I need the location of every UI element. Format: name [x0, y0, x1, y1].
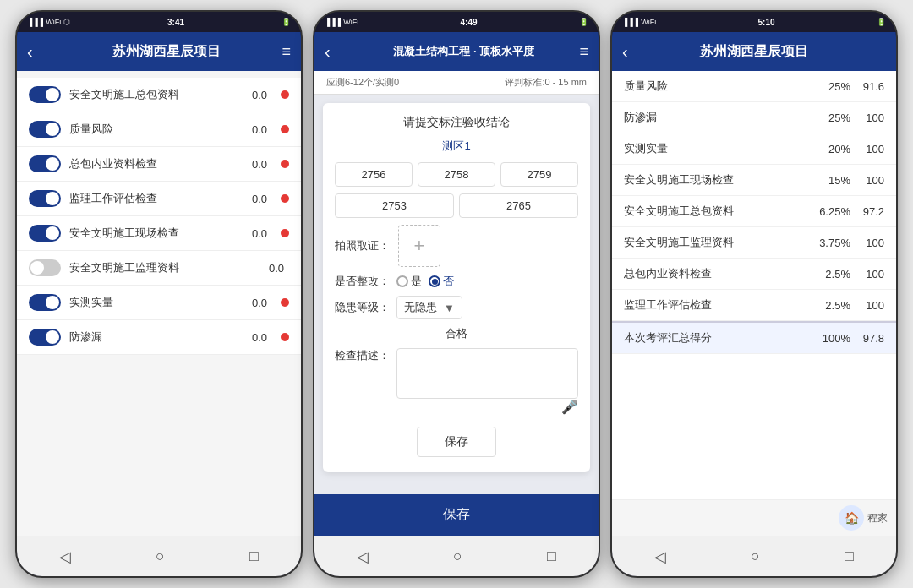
- list-item: 质量风险0.0: [17, 112, 301, 147]
- desc-textarea[interactable]: [396, 348, 578, 399]
- toggle-switch[interactable]: [29, 86, 61, 103]
- score-value: 91.6: [850, 80, 884, 93]
- item-score: 0.0: [252, 123, 267, 136]
- toggle-switch[interactable]: [29, 225, 61, 242]
- score-row: 安全文明施工现场检查15%100: [612, 165, 896, 196]
- toggle-switch[interactable]: [29, 121, 61, 138]
- score-value: 100: [850, 299, 884, 312]
- photo-upload-box[interactable]: +: [398, 225, 440, 267]
- radio-no-circle: [429, 275, 440, 287]
- wifi-icon-2: WiFi: [343, 18, 358, 26]
- right-status-icons-2: 🔋: [579, 18, 588, 26]
- battery-icon-2: 🔋: [579, 18, 588, 26]
- score-value: 97.8: [850, 332, 884, 345]
- menu-icon-1[interactable]: ≡: [282, 43, 291, 61]
- battery-icon-3: 🔋: [877, 18, 886, 26]
- nav-back-2[interactable]: ◁: [343, 541, 382, 573]
- measurement-value[interactable]: 2758: [418, 162, 495, 187]
- item-label: 安全文明施工现场检查: [69, 226, 243, 241]
- left-status-icons-3: ▐▐▐ WiFi: [622, 18, 656, 26]
- toggle-switch[interactable]: [29, 329, 61, 346]
- screen2-title: 混凝土结构工程 · 顶板水平度: [348, 44, 579, 59]
- score-percent: 25%: [817, 112, 850, 124]
- bottom-nav-2: ◁ ○ □: [314, 536, 599, 576]
- desc-label: 检查描述：: [335, 348, 390, 363]
- item-label: 防渗漏: [69, 329, 243, 345]
- status-dot: [281, 125, 289, 133]
- status-dot: [281, 229, 289, 237]
- nav-back-1[interactable]: ◁: [46, 541, 85, 573]
- radio-yes[interactable]: 是: [396, 274, 422, 289]
- radio-no[interactable]: 否: [429, 274, 454, 289]
- measurement-value[interactable]: 2753: [335, 193, 454, 218]
- back-button-1[interactable]: ‹: [27, 42, 51, 62]
- signal-icon: ▐▐▐: [27, 18, 43, 26]
- screen1-title: 苏州湖西星辰项目: [51, 43, 282, 61]
- status-dot: [281, 160, 289, 168]
- toggle-switch[interactable]: [29, 155, 61, 172]
- toggle-switch[interactable]: [29, 294, 61, 311]
- measurement-value[interactable]: 2765: [459, 193, 578, 218]
- watermark-area: 🏠 程家: [612, 499, 896, 536]
- toggle-knob: [46, 330, 59, 344]
- toggle-knob: [30, 261, 44, 275]
- score-percent: 6.25%: [817, 205, 850, 218]
- measurement-grid-row2: 27532765: [335, 193, 578, 218]
- items-list: 安全文明施工总包资料0.0质量风险0.0总包内业资料检查0.0监理工作评估检查0…: [17, 71, 301, 362]
- status-bar-2: ▐▐▐ WiFi 4:49 🔋: [314, 12, 599, 32]
- screen2-content: 应测6-12个/实测0 评判标准:0 - 15 mm 请提交标注验收结论 测区1…: [314, 71, 599, 494]
- nav-square-1[interactable]: □: [236, 541, 272, 572]
- microphone-icon[interactable]: 🎤: [561, 399, 578, 415]
- nav-bar-1: ‹ 苏州湖西星辰项目 ≡: [17, 32, 301, 71]
- wifi-icon-3: WiFi: [641, 18, 656, 26]
- radio-yes-label: 是: [411, 274, 422, 289]
- measurement-value[interactable]: 2759: [500, 162, 578, 187]
- score-percent: 3.75%: [817, 237, 850, 249]
- back-button-3[interactable]: ‹: [622, 42, 646, 62]
- score-row: 防渗漏25%100: [612, 102, 896, 133]
- status-dot: [281, 333, 289, 341]
- toggle-knob: [46, 296, 59, 309]
- status-time-3: 5:10: [758, 18, 775, 27]
- nav-back-3[interactable]: ◁: [641, 541, 680, 573]
- list-item: 防渗漏0.0: [17, 320, 301, 355]
- menu-icon-2[interactable]: ≡: [579, 43, 588, 61]
- toggle-switch[interactable]: [29, 190, 61, 207]
- list-item: 安全文明施工总包资料0.0: [17, 78, 301, 112]
- hidden-select[interactable]: 无隐患 ▼: [396, 296, 462, 319]
- left-status-icons: ▐▐▐ WiFi ⬡: [27, 18, 70, 26]
- list-item: 实测实量0.0: [17, 286, 301, 320]
- score-name: 实测实量: [624, 141, 817, 156]
- score-name: 质量风险: [624, 79, 817, 94]
- nav-home-2[interactable]: ○: [440, 541, 476, 572]
- item-score: 0.0: [252, 331, 267, 344]
- score-name: 防渗漏: [624, 110, 817, 125]
- nav-square-3[interactable]: □: [831, 541, 867, 572]
- save-button-small[interactable]: 保存: [417, 427, 496, 457]
- score-name: 总包内业资料检查: [624, 266, 817, 281]
- list-item: 监理工作评估检查0.0: [17, 182, 301, 216]
- list-item: 总包内业资料检查0.0: [17, 147, 301, 182]
- score-row: 安全文明施工监理资料3.75%100: [612, 227, 896, 259]
- nav-bar-3: ‹ 苏州湖西星辰项目: [612, 32, 896, 71]
- modify-label: 是否整改：: [335, 274, 390, 289]
- score-row: 监理工作评估检查2.5%100: [612, 290, 896, 321]
- nav-square-2[interactable]: □: [533, 541, 570, 572]
- nav-home-1[interactable]: ○: [142, 541, 178, 572]
- item-score: 0.0: [252, 158, 267, 171]
- nav-home-3[interactable]: ○: [737, 541, 774, 572]
- score-name: 安全文明施工总包资料: [624, 204, 817, 219]
- toggle-knob: [46, 122, 59, 136]
- photo-label: 拍照取证：: [335, 238, 390, 253]
- wifi-icon: WiFi: [46, 18, 61, 26]
- back-button-2[interactable]: ‹: [325, 42, 348, 62]
- watermark-logo: 🏠: [839, 505, 864, 531]
- right-status-icons: 🔋: [282, 18, 291, 26]
- list-item: 安全文明施工现场检查0.0: [17, 216, 301, 251]
- toggle-switch[interactable]: [29, 259, 61, 276]
- score-row: 总包内业资料检查2.5%100: [612, 259, 896, 290]
- toggle-knob: [46, 157, 59, 171]
- hidden-row: 隐患等级： 无隐患 ▼: [335, 296, 578, 319]
- measurement-value[interactable]: 2756: [335, 162, 413, 187]
- save-button-large[interactable]: 保存: [314, 494, 599, 536]
